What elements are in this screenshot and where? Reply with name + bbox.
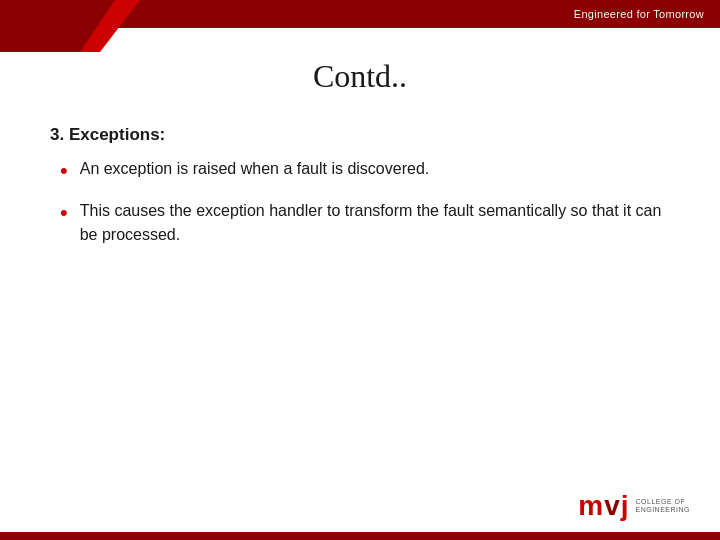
bullet-dot-2: • (60, 196, 68, 229)
bottom-red-bar (0, 532, 720, 540)
bullet-item-2: • This causes the exception handler to t… (60, 199, 670, 247)
bullet-list: • An exception is raised when a fault is… (50, 157, 670, 247)
bullet-item-1: • An exception is raised when a fault is… (60, 157, 670, 187)
top-header-bar: Engineered for Tomorrow (0, 0, 720, 28)
bullet-text-1: An exception is raised when a fault is d… (80, 157, 430, 181)
j-letter: j (621, 490, 630, 521)
v-letter: v (604, 490, 621, 521)
section-number: 3. (50, 125, 69, 144)
mvj-letters: mvj (578, 490, 629, 522)
slide-title: Contd.. (50, 58, 670, 95)
college-text: COLLEGE OF ENGINEERING (635, 498, 690, 513)
bottom-logo-area: mvj COLLEGE OF ENGINEERING (578, 490, 690, 522)
bullet-text-2: This causes the exception handler to tra… (80, 199, 670, 247)
m-letter: m (578, 490, 604, 521)
college-line2: ENGINEERING (635, 506, 690, 514)
tagline-text: Engineered for Tomorrow (574, 8, 704, 20)
bullet-dot-1: • (60, 154, 68, 187)
section-heading: 3. Exceptions: (50, 125, 670, 145)
college-line1: COLLEGE OF (635, 498, 690, 506)
section-label: Exceptions: (69, 125, 165, 144)
mvj-logo: mvj COLLEGE OF ENGINEERING (578, 490, 690, 522)
slide-content: Contd.. 3. Exceptions: • An exception is… (0, 28, 720, 279)
